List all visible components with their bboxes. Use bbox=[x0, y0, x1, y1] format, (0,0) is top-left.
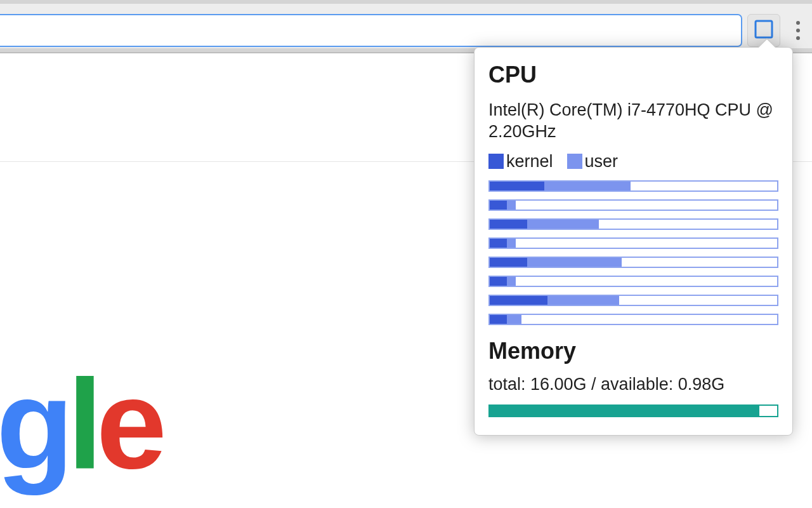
cpu-legend: kernel user bbox=[488, 152, 778, 171]
cpu-bar-kernel-segment bbox=[490, 182, 544, 190]
address-bar[interactable] bbox=[0, 14, 742, 47]
svg-rect-0 bbox=[756, 21, 772, 37]
legend-swatch-user bbox=[567, 154, 582, 169]
popup-caret-icon bbox=[759, 39, 775, 48]
cpu-core-bar bbox=[488, 314, 778, 325]
browser-toolbar bbox=[0, 0, 812, 53]
cpu-core-bar bbox=[488, 257, 778, 268]
cpu-bar-user-segment bbox=[527, 258, 622, 267]
legend-swatch-kernel bbox=[488, 154, 504, 169]
browser-menu-button[interactable] bbox=[789, 14, 807, 47]
cpu-bar-user-segment bbox=[507, 315, 521, 324]
cpu-core-bar bbox=[488, 218, 778, 230]
cpu-core-bars bbox=[488, 180, 778, 325]
cpu-model: Intel(R) Core(TM) i7-4770HQ CPU @ 2.20GH… bbox=[488, 100, 778, 143]
cpu-bar-kernel-segment bbox=[490, 315, 507, 324]
cpu-core-bar bbox=[488, 295, 778, 306]
cpu-bar-kernel-segment bbox=[490, 296, 547, 305]
memory-bar-fill bbox=[490, 406, 759, 416]
cpu-bar-user-segment bbox=[544, 182, 631, 190]
memory-bar bbox=[488, 404, 778, 417]
cpu-bar-kernel-segment bbox=[490, 277, 507, 286]
cpu-bar-user-segment bbox=[507, 239, 516, 248]
popup-body: CPU Intel(R) Core(TM) i7-4770HQ CPU @ 2.… bbox=[474, 47, 793, 436]
toolbar-inner bbox=[0, 4, 812, 48]
cpu-bar-user-segment bbox=[507, 277, 516, 286]
cpu-bar-user-segment bbox=[527, 220, 599, 229]
logo-letter-l: l bbox=[67, 353, 96, 495]
cpu-bar-kernel-segment bbox=[490, 201, 507, 210]
google-logo: gle bbox=[0, 361, 160, 488]
cpu-bar-user-segment bbox=[547, 296, 619, 305]
cpu-bar-kernel-segment bbox=[490, 239, 507, 248]
cpu-core-bar bbox=[488, 199, 778, 211]
logo-letter-g: g bbox=[0, 353, 67, 495]
cpu-bar-user-segment bbox=[507, 201, 516, 210]
memory-heading: Memory bbox=[488, 338, 778, 364]
cpu-heading: CPU bbox=[488, 62, 778, 88]
kebab-dot-icon bbox=[796, 36, 800, 40]
legend-label-kernel: kernel bbox=[506, 152, 553, 171]
cpu-core-bar bbox=[488, 276, 778, 287]
cpu-bar-kernel-segment bbox=[490, 220, 527, 229]
cpu-core-bar bbox=[488, 180, 778, 192]
logo-letter-e: e bbox=[96, 353, 160, 495]
legend-label-user: user bbox=[585, 152, 619, 171]
cpu-core-bar bbox=[488, 237, 778, 249]
cpu-bar-kernel-segment bbox=[490, 258, 527, 267]
extension-popup: CPU Intel(R) Core(TM) i7-4770HQ CPU @ 2.… bbox=[474, 47, 793, 436]
kebab-dot-icon bbox=[796, 29, 800, 32]
memory-summary: total: 16.00G / available: 0.98G bbox=[488, 375, 778, 394]
kebab-dot-icon bbox=[796, 21, 800, 25]
